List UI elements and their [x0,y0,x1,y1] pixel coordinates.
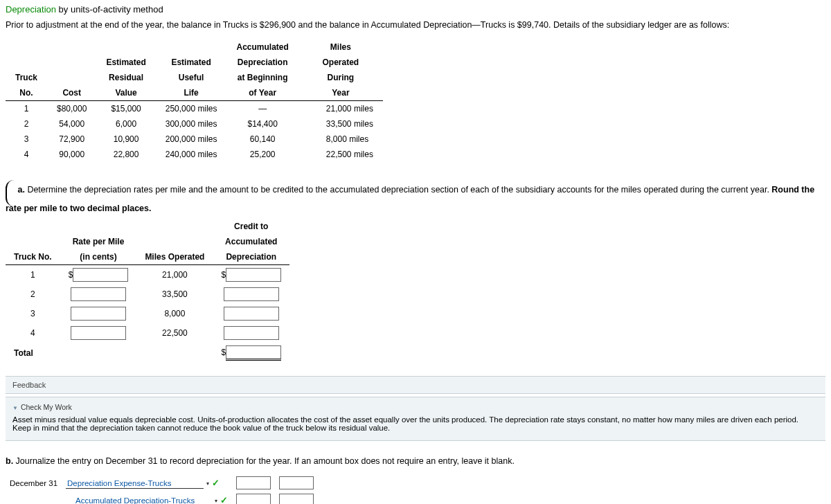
feedback-label: Feedback [12,381,46,389]
qb-prefix: b. [6,456,13,466]
account-select-2[interactable]: Accumulated Depreciation-Trucks [74,496,212,505]
hint-box: Check My Work Asset minus residual value… [6,397,825,441]
credit-input[interactable] [224,307,279,321]
table-row: 490,00022,800240,000 miles25,20022,500 m… [6,147,383,162]
credit-input-2[interactable] [279,494,314,504]
check-icon: ✓ [212,478,220,488]
hdr-during: During [298,70,383,85]
hint-text: Asset minus residual value equals deprec… [12,415,819,432]
rate-input[interactable] [71,307,126,321]
chevron-down-icon: ▾ [215,498,217,504]
hdr-dep2: Depreciation [213,249,289,265]
ledger-table: Accumulated Miles Estimated Estimated De… [6,39,383,162]
hdr-ofyear: of Year [226,85,298,101]
hdr-truckno: Truck No. [6,249,60,265]
table-row: 372,90010,900200,000 miles60,1408,000 mi… [6,132,383,147]
table-row: 422,500 [6,323,289,343]
hdr-cost: Cost [47,85,96,101]
journal-table: December 31 Depreciation Expense-Trucks▾… [6,474,318,504]
feedback-bar: Feedback [6,376,825,394]
rate-input[interactable] [71,326,126,340]
hdr-op: Operated [298,55,383,70]
hdr-accum: Accumulated [226,39,298,55]
table-row: 233,500 [6,285,289,304]
hdr-cents: (in cents) [60,249,137,265]
hdr-est2: Estimated [156,55,227,70]
total-label: Total [14,348,33,358]
calc-table: Credit to Rate per Mile Accumulated Truc… [6,219,289,363]
hdr-milesop: Miles Operated [136,249,213,265]
hdr-miles: Miles [298,39,383,55]
check-my-work-toggle[interactable]: Check My Work [12,403,819,411]
title-suffix: by units-of-activity method [56,4,163,15]
hdr-credit: Credit to [213,219,289,234]
credit-input-1[interactable] [279,476,314,489]
table-row: 254,0006,000300,000 miles$14,40033,500 m… [6,116,383,132]
hdr-est1: Estimated [96,55,155,70]
hdr-year: Year [298,85,383,101]
question-a: a. Determine the depreciation rates per … [6,177,825,213]
intro-text: Prior to adjustment at the end of the ye… [6,20,825,30]
rate-input[interactable] [71,287,126,301]
hdr-life: Life [156,85,227,101]
table-row: 1$80,000$15,000250,000 miles—21,000 mile… [6,101,383,117]
table-row: 38,000 [6,304,289,323]
journal-date: December 31 [6,474,62,492]
debit-input-1[interactable] [236,476,271,489]
page-title: Depreciation by units-of-activity method [6,4,825,15]
credit-input[interactable] [226,268,281,282]
hdr-rpm: Rate per Mile [60,234,137,249]
hdr-beg: at Beginning [226,70,298,85]
check-icon: ✓ [220,495,228,505]
qa-text: Determine the depreciation rates per mil… [25,185,771,195]
total-prefix: $ [221,348,226,357]
table-row: 1$21,000$ [6,265,289,285]
total-input[interactable] [226,345,281,361]
title-link[interactable]: Depreciation [6,4,56,15]
rate-input[interactable] [73,268,128,282]
hdr-useful: Useful [156,70,227,85]
credit-input[interactable] [224,326,279,340]
hdr-accum2: Accumulated [213,234,289,249]
qb-text: Journalize the entry on December 31 to r… [13,456,515,466]
question-b: b. Journalize the entry on December 31 t… [6,456,825,466]
hdr-value: Value [96,85,155,101]
chevron-down-icon: ▾ [206,480,209,487]
hdr-no: No. [6,85,47,101]
credit-input[interactable] [224,287,279,301]
account-select-1[interactable]: Depreciation Expense-Trucks [66,479,204,489]
hdr-truck: Truck [6,70,47,85]
hdr-dep: Depreciation [226,55,298,70]
paren-icon [6,180,14,206]
hdr-resid: Residual [96,70,155,85]
qa-prefix: a. [17,185,24,195]
debit-input-2[interactable] [236,494,271,504]
